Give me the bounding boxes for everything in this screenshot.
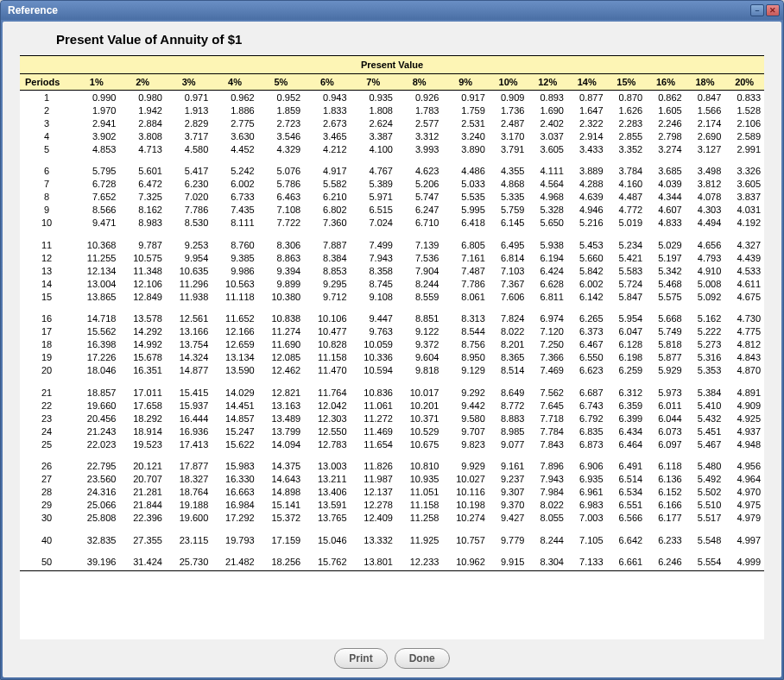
table-row: 1110.3689.7879.2538.7608.3067.8877.4997.… <box>20 230 764 252</box>
value-cell: 6.802 <box>304 204 350 217</box>
value-cell: 0.962 <box>212 91 257 104</box>
value-cell: 8.358 <box>351 264 396 277</box>
value-cell: 24.316 <box>73 486 119 499</box>
value-cell: 14.375 <box>258 450 304 473</box>
value-cell: 8.883 <box>489 412 528 425</box>
value-cell: 5.019 <box>607 217 647 230</box>
value-cell: 6.145 <box>489 217 528 230</box>
period-cell: 12 <box>20 251 73 264</box>
period-cell: 7 <box>20 178 73 191</box>
value-cell: 16.444 <box>166 412 212 425</box>
value-cell: 17.159 <box>258 525 304 547</box>
close-icon: ✕ <box>769 6 776 15</box>
value-cell: 1.690 <box>528 104 567 116</box>
value-cell: 9.427 <box>489 512 528 525</box>
value-cell: 15.762 <box>304 546 350 571</box>
value-cell: 11.274 <box>258 325 304 338</box>
value-cell: 7.887 <box>304 230 350 252</box>
value-cell: 5.216 <box>567 217 607 230</box>
value-cell: 13.003 <box>304 450 350 473</box>
close-button[interactable]: ✕ <box>766 4 780 16</box>
value-cell: 0.917 <box>442 91 488 104</box>
value-cell: 25.730 <box>166 546 212 571</box>
minimize-button[interactable]: – <box>750 4 764 16</box>
value-cell: 4.031 <box>724 204 764 217</box>
value-cell: 5.234 <box>607 230 647 252</box>
table-container: Present Value Periods 1%2%3%4%5%6%7%8%9%… <box>20 55 764 639</box>
value-cell: 6.434 <box>607 425 647 438</box>
value-cell: 7.105 <box>567 525 607 547</box>
value-cell: 8.559 <box>396 290 442 303</box>
value-cell: 6.983 <box>567 499 607 512</box>
period-cell: 6 <box>20 155 73 178</box>
value-cell: 16.351 <box>119 364 165 377</box>
table-row: 43.9023.8083.7173.6303.5463.4653.3873.31… <box>20 129 764 142</box>
value-cell: 1.942 <box>119 104 165 116</box>
window-title: Reference <box>8 4 58 16</box>
value-cell: 8.306 <box>258 230 304 252</box>
table-row: 21.9701.9421.9131.8861.8591.8331.8081.78… <box>20 104 764 116</box>
value-cell: 9.986 <box>212 264 257 277</box>
rate-header: 4% <box>212 74 257 91</box>
value-cell: 4.891 <box>724 377 764 400</box>
value-cell: 12.462 <box>258 364 304 377</box>
value-cell: 10.017 <box>396 377 442 400</box>
value-cell: 2.174 <box>686 116 725 129</box>
table-row: 10.9900.9800.9710.9620.9520.9430.9350.92… <box>20 91 764 104</box>
value-cell: 5.971 <box>351 191 396 204</box>
value-cell: 6.534 <box>607 486 647 499</box>
value-cell: 7.896 <box>528 450 567 473</box>
value-cell: 11.061 <box>351 399 396 412</box>
value-cell: 5.724 <box>607 277 647 290</box>
value-cell: 15.141 <box>258 499 304 512</box>
value-cell: 5.033 <box>442 178 488 191</box>
value-cell: 32.835 <box>73 525 119 547</box>
value-cell: 15.247 <box>212 425 257 438</box>
value-cell: 31.424 <box>119 546 165 571</box>
value-cell: 18.914 <box>119 425 165 438</box>
value-cell: 2.829 <box>166 116 212 129</box>
value-cell: 8.950 <box>442 351 488 364</box>
value-cell: 10.836 <box>351 377 396 400</box>
value-cell: 5.029 <box>646 230 686 252</box>
value-cell: 3.837 <box>724 191 764 204</box>
value-cell: 0.870 <box>607 91 647 104</box>
value-cell: 3.433 <box>567 142 607 155</box>
value-cell: 9.447 <box>351 303 396 325</box>
value-cell: 7.020 <box>166 191 212 204</box>
value-cell: 12.550 <box>304 425 350 438</box>
value-cell: 22.396 <box>119 512 165 525</box>
value-cell: 10.371 <box>396 412 442 425</box>
value-cell: 12.659 <box>212 338 257 351</box>
value-cell: 4.767 <box>351 155 396 178</box>
value-cell: 8.983 <box>119 217 165 230</box>
value-cell: 8.022 <box>489 325 528 338</box>
value-cell: 3.605 <box>528 142 567 155</box>
value-cell: 6.259 <box>607 364 647 377</box>
value-cell: 5.417 <box>166 155 212 178</box>
table-row: 2925.06621.84419.18816.98415.14113.59112… <box>20 499 764 512</box>
page-title: Present Value of Annuity of $1 <box>56 32 764 47</box>
value-cell: 10.116 <box>442 486 488 499</box>
value-cell: 3.784 <box>607 155 647 178</box>
table-row: 98.5668.1627.7867.4357.1086.8026.5156.24… <box>20 204 764 217</box>
value-cell: 7.652 <box>73 191 119 204</box>
value-cell: 4.843 <box>724 351 764 364</box>
value-cell: 5.954 <box>607 303 647 325</box>
value-cell: 17.413 <box>166 438 212 450</box>
value-cell: 4.329 <box>258 142 304 155</box>
value-cell: 14.877 <box>166 364 212 377</box>
value-cell: 10.757 <box>442 525 488 547</box>
value-cell: 13.332 <box>351 525 396 547</box>
value-cell: 5.353 <box>686 364 725 377</box>
print-button[interactable]: Print <box>334 648 387 669</box>
rate-header: 15% <box>607 74 647 91</box>
value-cell: 9.394 <box>258 264 304 277</box>
value-cell: 6.118 <box>646 450 686 473</box>
done-button[interactable]: Done <box>395 648 450 669</box>
value-cell: 16.330 <box>212 473 257 486</box>
value-cell: 2.941 <box>73 116 119 129</box>
value-cell: 4.833 <box>646 217 686 230</box>
value-cell: 5.548 <box>686 525 725 547</box>
value-cell: 16.936 <box>166 425 212 438</box>
